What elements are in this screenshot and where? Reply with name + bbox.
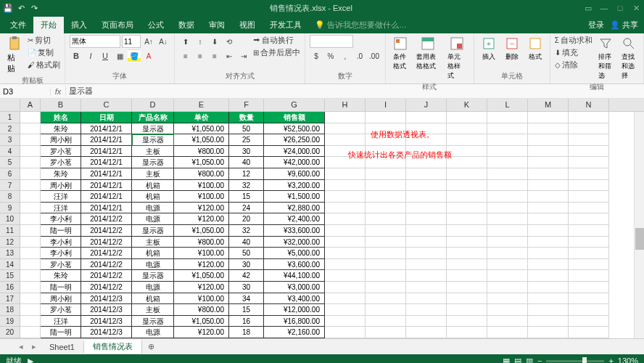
cell[interactable] [528,168,569,180]
col-header-M[interactable]: M [528,99,569,111]
currency-icon[interactable]: $ [310,49,323,62]
cell[interactable] [569,259,609,271]
row-header[interactable]: 6 [0,168,20,180]
cell[interactable] [406,270,447,282]
cell[interactable]: 32 [229,225,264,237]
delete-cells-button[interactable]: −删除 [502,35,522,63]
cell[interactable] [487,191,528,203]
cell[interactable] [528,327,569,338]
cell[interactable] [406,112,447,123]
cell[interactable] [447,112,487,123]
row-header[interactable]: 20 [0,327,20,338]
cell[interactable]: 2014/12/2 [81,270,132,282]
row-header[interactable]: 18 [0,304,20,316]
worksheet-grid[interactable]: ABCDEFGHIJKLMN 1姓名日期产品名称单价数量销售额2朱玲2014/1… [0,99,644,338]
row-header[interactable]: 17 [0,293,20,305]
cell[interactable] [569,213,609,225]
align-middle-icon[interactable]: ↕ [194,35,207,48]
cell[interactable]: 2014/12/2 [81,213,132,225]
ribbon-tab-审阅[interactable]: 审阅 [202,17,232,33]
cell[interactable]: ¥100.00 [174,248,229,259]
scroll-thumb[interactable] [635,228,644,250]
cell[interactable] [487,180,528,192]
cell[interactable]: ¥800.00 [174,146,229,158]
name-box[interactable]: D3 [0,87,51,96]
cell[interactable] [20,157,41,168]
cell[interactable]: 2014/12/1 [81,203,132,214]
cell[interactable] [569,112,609,123]
cell[interactable]: ¥3,200.00 [264,180,325,192]
cell[interactable]: ¥1,050.00 [174,270,229,282]
cell[interactable]: ¥800.00 [174,237,229,248]
view-normal-icon[interactable]: ▦ [503,356,510,364]
cell[interactable]: 18 [229,327,264,338]
cell[interactable] [20,180,41,192]
cell[interactable]: ¥100.00 [174,180,229,192]
minimize-icon[interactable]: — [599,4,609,13]
cell[interactable] [366,316,406,327]
cell[interactable]: 周小刚 [41,293,81,305]
col-header-F[interactable]: F [229,99,264,111]
cell[interactable] [325,248,366,259]
cell[interactable]: 电源 [132,327,174,338]
cell[interactable] [20,146,41,158]
ribbon-tab-页面布局[interactable]: 页面布局 [94,17,141,33]
cell[interactable]: 2014/12/1 [81,146,132,158]
percent-icon[interactable]: % [324,49,337,62]
orientation-icon[interactable]: ⟲ [223,35,236,48]
cell[interactable] [447,191,487,203]
fx-icon[interactable]: fx [51,87,65,96]
cell[interactable] [366,327,406,338]
cell-styles-button[interactable]: 单元格样式 [445,35,469,82]
cell[interactable]: 李小利 [41,248,81,259]
cell[interactable] [406,237,447,248]
cell[interactable]: 陆一明 [41,225,81,237]
cell[interactable]: 显示器 [132,225,174,237]
cell[interactable] [447,180,487,192]
italic-button[interactable]: I [84,49,97,62]
cell[interactable] [569,180,609,192]
cell[interactable] [366,282,406,293]
cell[interactable]: 姓名 [41,112,81,123]
cell[interactable] [569,248,609,259]
row-header[interactable]: 10 [0,213,20,225]
sheet-tab-sheet1[interactable]: Sheet1 [41,341,84,353]
macro-record-icon[interactable]: ▶ [28,356,33,364]
cell[interactable] [20,123,41,135]
cell[interactable] [325,203,366,214]
cell[interactable]: 主板 [132,304,174,316]
cell[interactable]: 24 [229,203,264,214]
cell[interactable]: ¥100.00 [174,293,229,305]
cell[interactable] [20,316,41,327]
inc-decimal-icon[interactable]: .0 [353,49,366,62]
cell[interactable]: ¥800.00 [174,304,229,316]
row-header[interactable]: 11 [0,225,20,237]
cell[interactable]: ¥1,050.00 [174,134,229,146]
cell[interactable]: ¥1,500.00 [264,191,325,203]
cell[interactable]: 汪洋 [41,316,81,327]
cell[interactable] [528,157,569,168]
cell[interactable] [487,168,528,180]
sort-filter-button[interactable]: 排序和筛选 [595,35,616,82]
cell[interactable] [487,213,528,225]
cell[interactable] [406,213,447,225]
cell[interactable]: 2014/12/2 [81,282,132,293]
cell[interactable]: ¥120.00 [174,213,229,225]
cell[interactable] [528,259,569,271]
row-header[interactable]: 9 [0,203,20,214]
vertical-scrollbar[interactable] [634,112,644,338]
cell[interactable] [325,293,366,305]
cell[interactable] [447,134,487,146]
row-header[interactable]: 8 [0,191,20,203]
col-header-I[interactable]: I [366,99,406,111]
cell[interactable] [325,282,366,293]
cell[interactable] [325,259,366,271]
bold-button[interactable]: B [70,49,83,62]
cell[interactable] [20,213,41,225]
cell[interactable]: 2014/12/3 [81,293,132,305]
cell[interactable] [569,304,609,316]
cell[interactable]: 2014/12/1 [81,168,132,180]
cell[interactable]: ¥1,050.00 [174,316,229,327]
cell[interactable] [20,248,41,259]
row-header[interactable]: 14 [0,259,20,271]
